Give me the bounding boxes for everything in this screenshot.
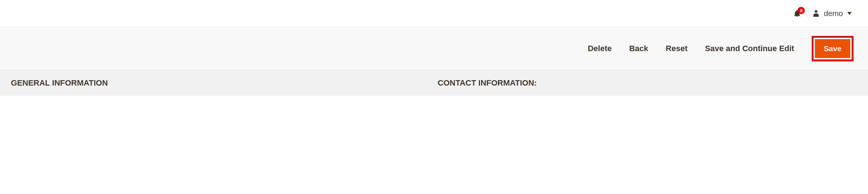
user-icon bbox=[812, 9, 820, 18]
back-button[interactable]: Back bbox=[629, 44, 649, 53]
header-right: 8 demo bbox=[0, 0, 868, 27]
contact-information-header: CONTACT INFORMATION: bbox=[434, 78, 857, 88]
chevron-down-icon bbox=[847, 12, 852, 15]
save-button-highlight: Save bbox=[812, 36, 853, 61]
general-information-header: GENERAL INFORMATION bbox=[11, 78, 434, 88]
action-bar: Delete Back Reset Save and Continue Edit… bbox=[0, 27, 868, 70]
save-button[interactable]: Save bbox=[815, 39, 850, 58]
delete-button[interactable]: Delete bbox=[588, 44, 612, 53]
user-menu[interactable]: demo bbox=[812, 9, 852, 18]
section-headers: GENERAL INFORMATION CONTACT INFORMATION: bbox=[0, 70, 868, 96]
reset-button[interactable]: Reset bbox=[666, 44, 687, 53]
notification-button[interactable]: 8 bbox=[793, 9, 801, 18]
notification-badge: 8 bbox=[798, 7, 805, 14]
username-label: demo bbox=[824, 9, 843, 18]
save-continue-button[interactable]: Save and Continue Edit bbox=[705, 44, 794, 53]
